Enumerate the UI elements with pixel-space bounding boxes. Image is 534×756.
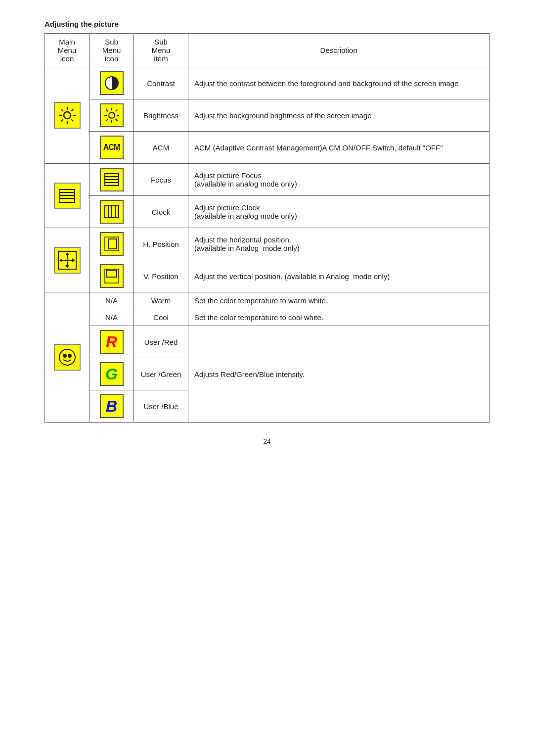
v-pos-sub-box xyxy=(100,264,124,288)
svg-point-42 xyxy=(59,349,75,365)
acm-icon-box: ACM xyxy=(100,136,124,159)
table-row: ACM ACM ACM (Adaptive Contrast Managemen… xyxy=(45,132,490,164)
header-main-menu-icon: MainMenuicon xyxy=(45,34,89,67)
svg-line-17 xyxy=(115,110,117,112)
svg-line-18 xyxy=(106,119,108,121)
contrast-icon-box xyxy=(100,71,124,95)
clock-sub-svg xyxy=(104,204,120,220)
page-number: 24 xyxy=(44,437,490,445)
v-pos-sub-svg xyxy=(104,268,120,284)
item-cool: Cool xyxy=(134,309,188,326)
table-row: R User /Red Adjusts Red/Green/Blue inten… xyxy=(45,326,490,358)
color-main-box xyxy=(54,344,81,371)
desc-clock: Adjust picture Clock(available in analog… xyxy=(188,196,490,228)
header-sub-menu-icon: SubMenuicon xyxy=(89,34,134,67)
desc-contrast: Adjust the contrast between the foregrou… xyxy=(188,67,490,99)
main-icon-position xyxy=(45,228,89,292)
blue-icon: B xyxy=(100,394,124,418)
h-pos-sub-box xyxy=(100,232,124,256)
sub-icon-contrast xyxy=(89,67,134,99)
desc-acm: ACM (Adaptive Contrast Management)A CM O… xyxy=(188,132,490,164)
svg-line-5 xyxy=(61,109,63,111)
main-table: MainMenuicon SubMenuicon SubMenuitem Des… xyxy=(44,33,490,423)
pos-main-svg xyxy=(57,250,77,270)
svg-marker-34 xyxy=(72,258,75,262)
sun-svg xyxy=(58,106,77,125)
table-row: Contrast Adjust the contrast between the… xyxy=(45,67,490,99)
sub-icon-clock xyxy=(89,196,134,228)
svg-marker-33 xyxy=(59,258,62,262)
color-main-svg xyxy=(57,347,77,367)
desc-brightness: Adjust the background brightness of the … xyxy=(188,99,490,132)
table-row: H. Position Adjust the horizontal positi… xyxy=(45,228,490,260)
svg-line-8 xyxy=(61,119,63,121)
svg-rect-39 xyxy=(109,239,117,249)
desc-focus: Adjust picture Focus(available in analog… xyxy=(188,164,490,196)
svg-line-15 xyxy=(106,110,108,112)
item-user-red: User /Red xyxy=(134,326,188,358)
item-focus: Focus xyxy=(134,164,188,196)
sub-icon-acm: ACM xyxy=(89,132,134,164)
desc-rgb: Adjusts Red/Green/Blue intensity. xyxy=(188,326,490,423)
focus-sub-box xyxy=(100,168,124,191)
item-user-blue: User /Blue xyxy=(134,390,188,423)
section-title: Adjusting the picture xyxy=(44,20,490,28)
item-user-green: User /Green xyxy=(134,358,188,390)
header-sub-menu-item: SubMenuitem xyxy=(134,34,188,67)
svg-line-6 xyxy=(71,119,73,121)
sun-icon-main xyxy=(54,102,81,129)
main-icon-focus xyxy=(45,164,89,228)
contrast-svg xyxy=(104,75,120,91)
main-icon-sun xyxy=(45,67,89,164)
focus-main-box xyxy=(54,183,81,209)
item-warm: Warm xyxy=(134,292,188,309)
pos-main-box xyxy=(54,247,81,274)
svg-point-44 xyxy=(68,354,72,358)
svg-rect-41 xyxy=(107,270,117,277)
brightness-svg xyxy=(103,107,120,124)
svg-marker-32 xyxy=(65,265,69,268)
svg-point-43 xyxy=(63,354,67,358)
item-v-position: V. Position xyxy=(134,260,188,292)
table-row: V. Position Adjust the vertical position… xyxy=(45,260,490,292)
sub-icon-red: R xyxy=(89,326,134,358)
item-acm: ACM xyxy=(134,132,188,164)
page-wrapper: Adjusting the picture MainMenuicon SubMe… xyxy=(44,20,490,445)
h-pos-sub-svg xyxy=(104,236,120,252)
sub-icon-green: G xyxy=(89,358,134,390)
svg-point-0 xyxy=(64,112,71,119)
desc-h-position: Adjust the horizontal position.(availabl… xyxy=(188,228,490,260)
svg-line-16 xyxy=(115,119,117,121)
sub-icon-cool-na: N/A xyxy=(89,309,134,326)
header-description: Description xyxy=(188,34,490,67)
sub-icon-warm-na: N/A xyxy=(89,292,134,309)
desc-warm: Set the color temperature to warm white. xyxy=(188,292,490,309)
desc-v-position: Adjust the vertical position. (available… xyxy=(188,260,490,292)
item-h-position: H. Position xyxy=(134,228,188,260)
red-icon: R xyxy=(100,330,124,354)
svg-line-7 xyxy=(71,109,73,111)
clock-sub-box xyxy=(100,200,124,224)
item-brightness: Brightness xyxy=(134,99,188,132)
sub-icon-focus xyxy=(89,164,134,196)
brightness-icon-box xyxy=(100,103,124,127)
table-row: Focus Adjust picture Focus(available in … xyxy=(45,164,490,196)
table-row: N/A Warm Set the color temperature to wa… xyxy=(45,292,490,309)
main-icon-color xyxy=(45,292,89,423)
table-row: N/A Cool Set the color temperature to co… xyxy=(45,309,490,326)
table-row: Clock Adjust picture Clock(available in … xyxy=(45,196,490,228)
sub-icon-v-position xyxy=(89,260,134,292)
sub-icon-h-position xyxy=(89,228,134,260)
item-clock: Clock xyxy=(134,196,188,228)
table-row: Brightness Adjust the background brightn… xyxy=(45,99,490,132)
sub-icon-blue: B xyxy=(89,390,134,423)
svg-point-10 xyxy=(109,112,115,118)
svg-marker-31 xyxy=(65,252,69,255)
acm-text: ACM xyxy=(103,143,120,152)
item-contrast: Contrast xyxy=(134,67,188,99)
focus-sub-svg xyxy=(104,172,120,188)
sub-icon-brightness xyxy=(89,99,134,132)
green-icon: G xyxy=(100,362,124,386)
desc-cool: Set the color temperature to cool white. xyxy=(188,309,490,326)
focus-main-svg xyxy=(58,187,77,205)
